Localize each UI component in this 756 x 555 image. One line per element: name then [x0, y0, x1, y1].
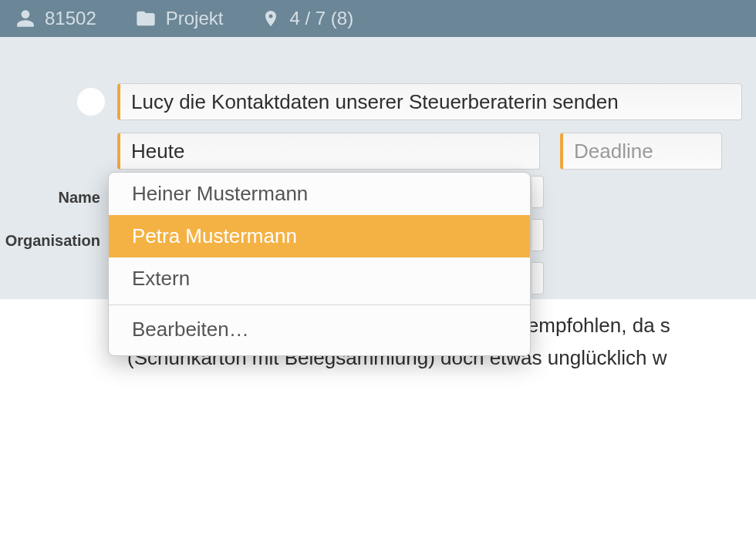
- user-icon: [15, 8, 35, 29]
- title-value: Lucy die Kontaktdaten unserer Steuerbera…: [131, 90, 619, 114]
- header-location-text: 4 / 7 (8): [289, 8, 353, 29]
- status-circle[interactable]: [77, 88, 105, 116]
- dropdown-edit-label: Bearbeiten…: [132, 318, 249, 341]
- dropdown-item-1[interactable]: Petra Mustermann: [109, 215, 530, 257]
- hidden-field-edge-3: [532, 262, 544, 294]
- header-project-label: Projekt: [166, 8, 224, 29]
- assignee-dropdown: Heiner Mustermann Petra Mustermann Exter…: [108, 172, 531, 356]
- header-user-id: 81502: [45, 8, 96, 29]
- name-label: Name: [0, 189, 108, 207]
- dropdown-item-label: Extern: [132, 267, 190, 290]
- folder-icon: [135, 8, 157, 29]
- location-pin-icon: [262, 8, 280, 29]
- dropdown-item-label: Heiner Mustermann: [132, 182, 308, 205]
- deadline-placeholder: Deadline: [574, 140, 653, 163]
- hidden-field-edge-1: [532, 176, 544, 208]
- header-project[interactable]: Projekt: [135, 8, 224, 29]
- dropdown-item-0[interactable]: Heiner Mustermann: [109, 173, 530, 215]
- app-header: 81502 Projekt 4 / 7 (8): [0, 0, 756, 37]
- date-input[interactable]: Heute: [117, 133, 540, 170]
- date-value: Heute: [131, 140, 184, 163]
- title-row: Lucy die Kontaktdaten unserer Steuerbera…: [0, 83, 756, 120]
- header-location[interactable]: 4 / 7 (8): [262, 8, 353, 29]
- date-row: Heute Deadline: [0, 133, 756, 170]
- organisation-label: Organisation: [0, 232, 108, 250]
- form-area: Lucy die Kontaktdaten unserer Steuerbera…: [0, 37, 756, 299]
- dropdown-item-label: Petra Mustermann: [132, 224, 297, 247]
- header-user[interactable]: 81502: [15, 8, 96, 29]
- hidden-field-edge-2: [532, 219, 544, 251]
- dropdown-edit-item[interactable]: Bearbeiten…: [109, 305, 530, 355]
- dropdown-item-2[interactable]: Extern: [109, 257, 530, 300]
- deadline-input[interactable]: Deadline: [560, 133, 722, 170]
- title-input[interactable]: Lucy die Kontaktdaten unserer Steuerbera…: [117, 83, 742, 120]
